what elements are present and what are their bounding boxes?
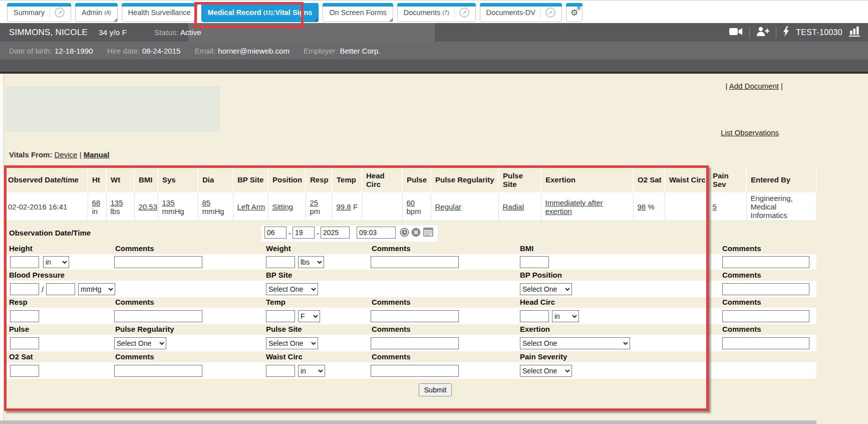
email-label: Email:	[194, 47, 215, 55]
o2-sat-input[interactable]	[10, 365, 39, 377]
o2-link[interactable]: 98	[638, 202, 646, 211]
bp-systolic-input[interactable]	[10, 283, 39, 295]
pulse-comments-input[interactable]	[371, 337, 459, 349]
divider	[776, 27, 776, 38]
dob-value: 12-18-1990	[55, 47, 93, 55]
pulse-site-link[interactable]: Radial	[503, 202, 524, 211]
pulse-link[interactable]: 60	[407, 198, 415, 207]
height-input[interactable]	[10, 256, 39, 268]
tab-documents[interactable]: Documents (7) ↗	[397, 3, 476, 22]
comments-label: Comments	[372, 244, 411, 253]
sys-link[interactable]: 135	[162, 198, 175, 207]
tab-on-screen-forms-label: On Screen Forms	[329, 9, 386, 17]
bp-position-select[interactable]: Select One	[520, 283, 572, 295]
comments-label: Comments	[722, 298, 761, 306]
calendar-icon[interactable]	[423, 227, 433, 239]
bp-site-link[interactable]: Left Arm	[237, 202, 265, 211]
banner-bottom-divider	[0, 72, 868, 74]
pulse-site-select[interactable]: Select One	[266, 337, 318, 349]
bp-comments-input[interactable]	[722, 283, 809, 295]
waist-comments-input[interactable]	[371, 365, 459, 377]
divider	[749, 27, 750, 38]
temp-input[interactable]	[266, 310, 295, 322]
external-link-icon[interactable]: ↗	[545, 8, 555, 18]
resp-comments-input[interactable]	[114, 310, 202, 322]
pain-link[interactable]: 5	[713, 202, 717, 211]
tab-medical-record[interactable]: Medical Record (11) :Vital Signs	[201, 3, 319, 22]
resp-input[interactable]	[10, 310, 39, 322]
pulse-regularity-link[interactable]: Regular	[435, 202, 462, 211]
o2-comments-input[interactable]	[114, 365, 202, 377]
bmi-comments-input[interactable]	[722, 256, 809, 268]
date-month-input[interactable]	[264, 227, 286, 239]
vitals-device-link[interactable]: Device	[55, 150, 78, 159]
weight-input[interactable]	[266, 256, 295, 268]
email-value: horner@mieweb.com	[218, 47, 290, 55]
position-link[interactable]: Sitting	[272, 202, 294, 211]
cell-exertion: Immediately after exertion	[541, 192, 633, 221]
add-document-link[interactable]: Add Document	[729, 82, 779, 90]
tab-health-surveillance[interactable]: Health Surveillance	[122, 3, 197, 22]
row-band	[4, 281, 816, 297]
hire-date-label: Hire date:	[107, 47, 140, 55]
head-circ-unit-select[interactable]: in	[552, 310, 579, 322]
list-observations-link[interactable]: List Observations	[721, 128, 779, 137]
external-link-icon[interactable]: ↗	[459, 8, 469, 18]
status-value: Active	[180, 28, 201, 37]
exertion-link[interactable]: Immediately after exertion	[545, 198, 603, 216]
height-comments-input[interactable]	[114, 256, 202, 268]
waist-circ-input[interactable]	[266, 365, 295, 377]
comments-label: Comments	[372, 352, 411, 361]
cell-dia: 85mmHg	[198, 192, 233, 221]
bp-site-select[interactable]: Select One	[266, 283, 318, 295]
date-day-input[interactable]	[293, 227, 315, 239]
temp-comments-input[interactable]	[371, 310, 459, 322]
clock-icon[interactable]	[400, 228, 409, 239]
video-camera-icon[interactable]	[729, 27, 743, 38]
pulse-regularity-select[interactable]: Select One	[114, 337, 166, 349]
temp-unit-select[interactable]: F	[298, 310, 320, 322]
pulse-input[interactable]	[10, 337, 39, 349]
tab-on-screen-forms[interactable]: On Screen Forms	[323, 3, 393, 22]
bp-diastolic-input[interactable]	[46, 283, 75, 295]
ht-link[interactable]: 68	[92, 198, 101, 207]
tab-admin[interactable]: Admin (4)	[75, 3, 118, 22]
cell-pulse-regularity: Regular	[431, 192, 498, 221]
bar-chart-icon[interactable]	[849, 26, 861, 39]
col-sys: Sys	[158, 167, 198, 192]
bp-unit-select[interactable]: mmHg	[78, 283, 115, 295]
add-person-icon[interactable]	[756, 27, 769, 38]
time-input[interactable]	[357, 227, 396, 239]
bmi-label: BMI	[520, 244, 534, 253]
head-circ-comments-input[interactable]	[722, 310, 809, 322]
col-exertion: Exertion	[541, 167, 633, 192]
lightning-bolt-icon[interactable]	[783, 26, 789, 39]
head-circ-input[interactable]	[520, 310, 549, 322]
bmi-input[interactable]	[520, 256, 549, 268]
vitals-manual-link[interactable]: Manual	[84, 150, 110, 159]
cell-head-circ	[362, 192, 402, 221]
weight-unit-select[interactable]: lbs	[298, 256, 324, 268]
bmi-link[interactable]: 20.53	[139, 202, 158, 211]
pain-severity-select[interactable]: Select One	[520, 365, 572, 377]
height-unit-select[interactable]: in	[43, 256, 69, 268]
submit-button[interactable]: Submit	[419, 383, 452, 396]
external-link-icon[interactable]: ↗	[55, 8, 65, 18]
tab-summary[interactable]: Summary ↗	[7, 3, 71, 22]
col-pulse-regularity: Pulse Regularity	[431, 167, 498, 192]
exertion-comments-input[interactable]	[722, 337, 809, 349]
col-dia: Dia	[198, 167, 233, 192]
wt-link[interactable]: 135	[111, 198, 123, 207]
exertion-select[interactable]: Select One	[520, 337, 630, 349]
date-year-input[interactable]	[321, 227, 350, 239]
dia-link[interactable]: 85	[202, 198, 211, 207]
cell-pain: 5	[708, 192, 746, 221]
resp-link[interactable]: 25	[310, 198, 319, 207]
temp-link[interactable]: 99.8	[337, 202, 351, 211]
settings-button[interactable]: ⚙⚙	[566, 3, 583, 22]
tab-documents-dv[interactable]: Documents-DV ↗	[480, 3, 562, 22]
bottom-section-edge	[0, 420, 816, 424]
weight-comments-input[interactable]	[371, 256, 459, 268]
clear-x-icon[interactable]	[411, 228, 421, 239]
waist-circ-unit-select[interactable]: in	[298, 365, 325, 377]
